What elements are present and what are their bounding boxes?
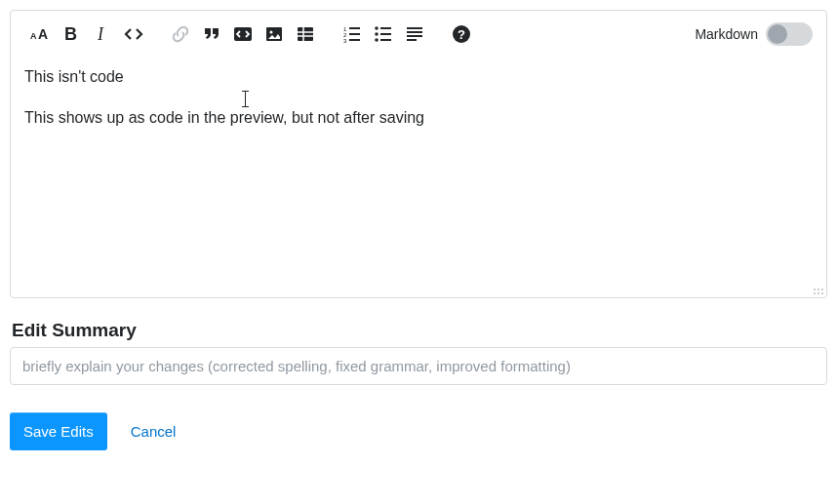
- svg-rect-14: [349, 27, 360, 29]
- image-icon[interactable]: [259, 19, 290, 50]
- markdown-toggle-label: Markdown: [695, 26, 758, 42]
- italic-icon[interactable]: I: [87, 19, 118, 50]
- editor-textarea[interactable]: This isn't code This shows up as code in…: [11, 54, 826, 288]
- edit-summary-input[interactable]: [10, 347, 827, 385]
- svg-rect-15: [349, 33, 360, 35]
- help-icon[interactable]: ?: [446, 19, 477, 50]
- svg-rect-20: [380, 27, 391, 29]
- svg-point-6: [270, 31, 273, 34]
- svg-point-17: [375, 26, 379, 30]
- toggle-switch[interactable]: [766, 22, 813, 46]
- svg-rect-16: [349, 39, 360, 41]
- svg-rect-7: [298, 27, 313, 41]
- svg-text:3: 3: [343, 38, 347, 44]
- cancel-button[interactable]: Cancel: [131, 423, 177, 440]
- table-icon[interactable]: [290, 19, 321, 50]
- svg-point-18: [375, 32, 379, 36]
- svg-rect-26: [407, 39, 417, 41]
- blockquote-icon[interactable]: [196, 19, 227, 50]
- svg-rect-23: [407, 27, 422, 29]
- unordered-list-icon[interactable]: [368, 19, 399, 50]
- text-caret-icon: [241, 91, 250, 107]
- editor-container: AA B I 123: [10, 10, 827, 298]
- bold-icon[interactable]: B: [56, 19, 87, 50]
- editor-line: This isn't code: [24, 65, 813, 89]
- svg-text:A: A: [38, 26, 48, 42]
- svg-rect-21: [380, 33, 391, 35]
- code-block-icon[interactable]: [227, 19, 259, 50]
- link-icon[interactable]: [165, 19, 196, 50]
- action-bar: Save Edits Cancel: [10, 412, 827, 450]
- horizontal-rule-icon[interactable]: [399, 19, 430, 50]
- resize-handle[interactable]: [11, 288, 826, 297]
- heading-icon[interactable]: AA: [24, 19, 56, 50]
- svg-rect-25: [407, 35, 422, 37]
- ordered-list-icon[interactable]: 123: [337, 19, 368, 50]
- save-edits-button[interactable]: Save Edits: [10, 412, 107, 450]
- markdown-toggle[interactable]: Markdown: [695, 22, 813, 46]
- svg-text:A: A: [30, 31, 37, 41]
- editor-toolbar: AA B I 123: [11, 11, 826, 54]
- edit-summary-label: Edit Summary: [12, 320, 827, 341]
- svg-rect-22: [380, 39, 391, 41]
- svg-text:B: B: [64, 24, 77, 44]
- svg-text:?: ?: [458, 27, 465, 42]
- editor-line: This shows up as code in the preview, bu…: [24, 106, 813, 130]
- svg-point-19: [375, 38, 379, 42]
- inline-code-icon[interactable]: [118, 19, 149, 50]
- svg-rect-24: [407, 31, 422, 33]
- svg-text:I: I: [97, 24, 104, 44]
